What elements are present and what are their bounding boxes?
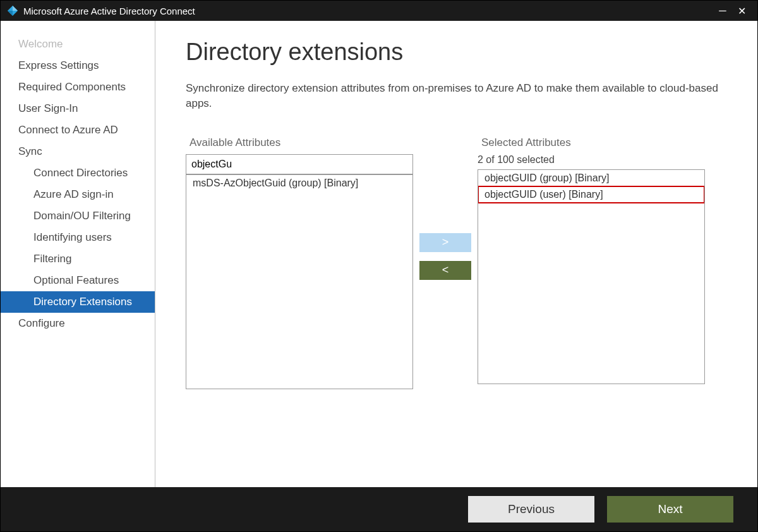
selected-column: Selected Attributes 2 of 100 selected ob…	[478, 136, 705, 384]
body-area: WelcomeExpress SettingsRequired Componen…	[1, 21, 757, 487]
available-label: Available Attributes	[190, 136, 413, 149]
nav-item-user-sign-in[interactable]: User Sign-In	[1, 98, 155, 119]
nav-item-connect-to-azure-ad[interactable]: Connect to Azure AD	[1, 119, 155, 141]
nav-item-required-components[interactable]: Required Components	[1, 76, 155, 98]
window-title: Microsoft Azure Active Directory Connect	[23, 6, 713, 16]
available-column: Available Attributes msDS-AzObjectGuid (…	[186, 136, 413, 389]
previous-button[interactable]: Previous	[468, 496, 594, 523]
nav-item-domain-ou-filtering[interactable]: Domain/OU Filtering	[1, 205, 155, 227]
next-button[interactable]: Next	[607, 496, 733, 523]
app-window: Microsoft Azure Active Directory Connect…	[0, 0, 758, 532]
page-description: Synchronize directory extension attribut…	[186, 81, 727, 111]
svg-marker-1	[13, 6, 18, 11]
nav-item-sync[interactable]: Sync	[1, 141, 155, 162]
selected-item[interactable]: objectGUID (user) [Binary]	[478, 186, 704, 203]
nav-item-optional-features[interactable]: Optional Features	[1, 270, 155, 291]
selected-item[interactable]: objectGUID (group) [Binary]	[478, 170, 704, 186]
nav-item-directory-extensions[interactable]: Directory Extensions	[1, 291, 155, 313]
nav-item-express-settings[interactable]: Express Settings	[1, 55, 155, 76]
nav-item-identifying-users[interactable]: Identifying users	[1, 227, 155, 248]
selected-label: Selected Attributes	[481, 136, 705, 149]
nav-item-filtering[interactable]: Filtering	[1, 248, 155, 270]
close-button[interactable]: ✕	[732, 5, 751, 17]
nav-item-azure-ad-sign-in[interactable]: Azure AD sign-in	[1, 184, 155, 205]
page-title: Directory extensions	[186, 39, 727, 66]
app-icon	[7, 5, 18, 16]
main-content: Directory extensions Synchronize directo…	[155, 21, 757, 487]
selected-count: 2 of 100 selected	[478, 154, 705, 166]
selected-listbox[interactable]: objectGUID (group) [Binary]objectGUID (u…	[478, 169, 705, 384]
nav-item-welcome: Welcome	[1, 33, 155, 55]
nav-item-connect-directories[interactable]: Connect Directories	[1, 162, 155, 184]
add-attribute-button[interactable]: >	[419, 233, 471, 252]
title-bar: Microsoft Azure Active Directory Connect…	[1, 1, 757, 21]
available-search-input[interactable]	[186, 154, 413, 174]
available-listbox[interactable]: msDS-AzObjectGuid (group) [Binary]	[186, 174, 413, 389]
remove-attribute-button[interactable]: <	[419, 261, 471, 280]
transfer-buttons: > <	[419, 136, 471, 377]
minimize-button[interactable]: ─	[713, 5, 732, 16]
footer-bar: Previous Next	[1, 487, 757, 531]
available-item[interactable]: msDS-AzObjectGuid (group) [Binary]	[186, 175, 412, 191]
attribute-columns: Available Attributes msDS-AzObjectGuid (…	[186, 136, 727, 389]
sidebar: WelcomeExpress SettingsRequired Componen…	[1, 21, 155, 487]
svg-marker-2	[8, 11, 13, 16]
nav-item-configure[interactable]: Configure	[1, 313, 155, 334]
